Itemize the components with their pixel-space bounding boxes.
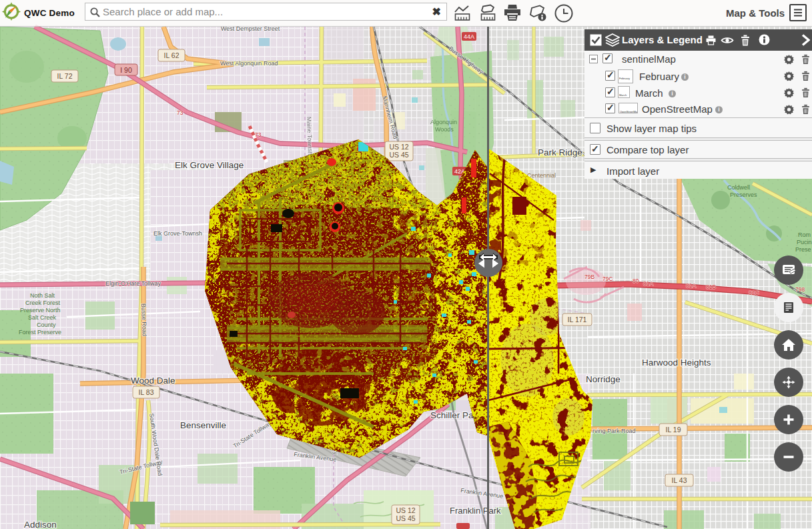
svg-text:I 90: I 90 bbox=[120, 66, 132, 74]
svg-text:US 45: US 45 bbox=[396, 514, 415, 522]
svg-text:73: 73 bbox=[177, 109, 183, 116]
svg-text:80: 80 bbox=[633, 278, 639, 284]
svg-text:73: 73 bbox=[255, 131, 262, 138]
svg-text:79C: 79C bbox=[602, 276, 613, 282]
svg-text:US 45: US 45 bbox=[389, 151, 408, 159]
svg-text:Park Ridge: Park Ridge bbox=[538, 147, 582, 157]
svg-text:rving Park Road: rving Park Road bbox=[592, 428, 636, 434]
svg-text:Preserve North: Preserve North bbox=[20, 307, 61, 314]
svg-text:IL 19: IL 19 bbox=[666, 426, 681, 434]
svg-text:Elgin-O'Hare Tollway: Elgin-O'Hare Tollway bbox=[105, 280, 161, 287]
svg-text:Wood Dale: Wood Dale bbox=[131, 376, 175, 386]
svg-text:Preserves: Preserves bbox=[730, 191, 757, 198]
svg-text:Noth Salt: Noth Salt bbox=[30, 292, 55, 299]
svg-text:Pucin: Pucin bbox=[797, 239, 812, 245]
svg-text:IL 72: IL 72 bbox=[57, 72, 73, 80]
svg-text:West Algonquin Road: West Algonquin Road bbox=[220, 60, 278, 67]
svg-text:Algonquin: Algonquin bbox=[430, 119, 457, 125]
svg-text:Harwood Heights: Harwood Heights bbox=[642, 358, 711, 368]
svg-text:IL 43: IL 43 bbox=[672, 476, 687, 484]
svg-text:Norridge: Norridge bbox=[586, 374, 621, 384]
svg-text:Coldwell: Coldwell bbox=[727, 184, 750, 191]
svg-text:IL 62: IL 62 bbox=[164, 51, 179, 59]
svg-text:Elk Grove Village: Elk Grove Village bbox=[175, 160, 244, 170]
svg-text:81A: 81A bbox=[643, 280, 653, 287]
svg-text:County: County bbox=[37, 322, 56, 328]
svg-text:US 12: US 12 bbox=[389, 143, 408, 151]
svg-text:Addison: Addison bbox=[24, 520, 57, 529]
svg-text:US 12: US 12 bbox=[396, 506, 415, 514]
svg-text:81A: 81A bbox=[686, 282, 696, 289]
svg-text:79B: 79B bbox=[584, 274, 594, 280]
svg-text:Woods: Woods bbox=[435, 126, 454, 133]
svg-text:Prese: Prese bbox=[795, 246, 811, 253]
svg-text:82C: 82C bbox=[749, 290, 759, 296]
svg-text:Salt Creek: Salt Creek bbox=[28, 314, 57, 321]
svg-text:Franklin Park: Franklin Park bbox=[450, 506, 501, 516]
svg-text:IL 83: IL 83 bbox=[139, 388, 154, 396]
svg-text:Rom: Rom bbox=[798, 231, 811, 238]
svg-text:Bensenville: Bensenville bbox=[180, 420, 226, 430]
svg-text:Elk Grove-Townsh: Elk Grove-Townsh bbox=[153, 230, 202, 237]
svg-text:IL 171: IL 171 bbox=[568, 316, 587, 324]
svg-text:Creek Forest: Creek Forest bbox=[25, 300, 61, 306]
svg-text:798: 798 bbox=[795, 286, 805, 293]
svg-text:44A: 44A bbox=[464, 33, 474, 40]
svg-text:Busse Road: Busse Road bbox=[140, 304, 148, 336]
svg-text:Forest Preserve: Forest Preserve bbox=[19, 329, 61, 336]
svg-text:Centennial: Centennial bbox=[527, 172, 556, 179]
svg-text:81B: 81B bbox=[706, 284, 716, 290]
